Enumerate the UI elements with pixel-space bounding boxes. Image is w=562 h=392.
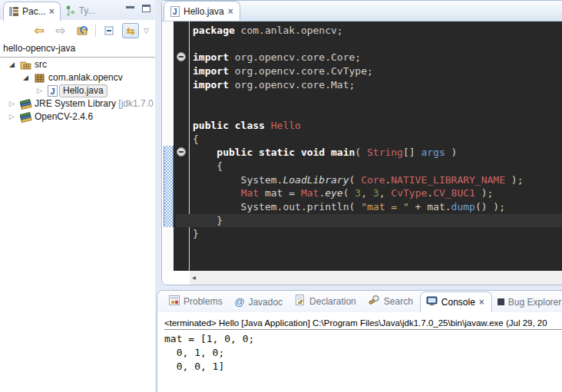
tree-row-opencv-2-4-6[interactable]: ▷OpenCV-2.4.6 [0, 110, 155, 124]
code-token: , [361, 187, 373, 199]
code-line[interactable]: import org.opencv.core.CvType; [193, 64, 562, 78]
code-token: { [193, 160, 223, 172]
code-line[interactable]: Mat mat = Mat.eye( 3, 3, CvType.CV_8UC1 … [193, 186, 562, 200]
view-tab-console[interactable]: Console× [420, 292, 492, 312]
package-icon [34, 72, 45, 84]
code-token: [] [403, 147, 421, 158]
link-with-editor-icon: ⇆ [127, 25, 135, 37]
code-line[interactable] [193, 105, 562, 119]
code-token: org.opencv.core.Core; [229, 51, 361, 63]
view-tab-problems[interactable]: Problems [164, 292, 230, 312]
code-line[interactable]: import org.opencv.core.Mat; [193, 78, 562, 92]
code-token: Hello [271, 120, 301, 131]
go-up-button[interactable] [74, 23, 91, 38]
console-output-line: 0, 0, 1] [164, 360, 562, 374]
library-icon [20, 98, 31, 110]
code-line[interactable]: package com.anlak.opencv; [193, 24, 562, 38]
tree-row-com-anlak-opencv[interactable]: ◢com.anlak.opencv [0, 71, 155, 84]
tree-row-src[interactable]: ◢src [0, 58, 155, 71]
view-menu-icon[interactable]: ▽ [144, 27, 149, 35]
view-tab-declaration[interactable]: Declaration [289, 291, 363, 312]
bottom-tabbar: Problems@JavadocDeclarationSearchConsole… [157, 291, 562, 312]
view-tab-label: Declaration [309, 296, 356, 307]
go-up-folder-icon [77, 25, 88, 36]
view-tab-search[interactable]: Search [363, 291, 420, 312]
tree-item-label: JRE System Library [jdk1.7.0 [35, 97, 154, 110]
fold-collapse-icon[interactable] [177, 147, 186, 156]
close-icon[interactable]: × [479, 297, 484, 308]
view-tab-bug-explorer[interactable]: Bug Explorer [492, 293, 562, 312]
close-icon[interactable]: × [228, 6, 233, 17]
code-token: () ); [475, 201, 505, 212]
collapsed-arrow-icon[interactable]: ▷ [37, 84, 42, 97]
code-token: NATIVE_LIBRARY_NAME [391, 174, 505, 186]
code-token: Mat [301, 187, 319, 199]
editor-hscrollbar[interactable]: ◂ [162, 271, 562, 285]
editor-group: J Hello.java × package com.anlak.opencv;… [161, 0, 562, 285]
forward-button[interactable]: ⇨ [52, 23, 69, 38]
tree-row-jre-system-library[interactable]: ▷JRE System Library [jdk1.7.0 [0, 97, 155, 110]
back-button[interactable]: ⇦ [31, 23, 48, 38]
code-token: System. [193, 174, 283, 186]
hscroll-track[interactable]: ◂ [190, 271, 562, 285]
tree-row-hello-java[interactable]: ▷JHello.java [0, 84, 155, 97]
code-line[interactable] [193, 38, 562, 51]
code-line[interactable]: } [193, 227, 562, 241]
code-line[interactable]: public static void main( String[] args ) [193, 146, 562, 160]
code-token: ( [355, 147, 367, 158]
tree-row-project[interactable]: hello-opencv-java [0, 42, 155, 55]
code-token: String [367, 147, 403, 158]
collapsed-arrow-icon[interactable]: ▷ [9, 97, 15, 110]
link-with-editor-button[interactable]: ⇆ [122, 23, 139, 38]
expanded-arrow-icon[interactable]: ◢ [23, 71, 28, 84]
code-token: import [193, 51, 229, 63]
fold-collapse-icon[interactable] [177, 52, 186, 61]
javadoc-at-icon: @ [235, 296, 245, 308]
close-icon[interactable]: × [49, 6, 55, 17]
explorer-tabrow: Pac... × Ty... [0, 0, 155, 21]
code-line[interactable]: import org.opencv.core.Core; [193, 51, 562, 64]
editor-fold-gutter[interactable] [174, 21, 190, 271]
console-output[interactable]: mat = [1, 0, 0; 0, 1, 0; 0, 0, 1] [164, 332, 562, 374]
code-token: . [427, 187, 433, 199]
code-line[interactable]: System.out.println( "mat = " + mat.dump(… [193, 200, 562, 214]
tab-package-explorer[interactable]: Pac... × [3, 2, 61, 21]
scroll-left-icon[interactable]: ◂ [192, 273, 196, 282]
editor-left-ruler[interactable] [164, 21, 174, 271]
code-line[interactable] [193, 91, 562, 105]
code-token: mat = [259, 187, 301, 199]
tree-separator [0, 57, 155, 58]
code-area[interactable]: package com.anlak.opencv; import org.ope… [190, 21, 562, 271]
code-line[interactable]: { [193, 133, 562, 147]
toolbar-separator [95, 25, 96, 37]
maximize-icon[interactable] [142, 5, 150, 12]
explorer-toolbar: ⇦ ⇨ ⇆ ▽ [0, 21, 155, 41]
console-output-line: 0, 1, 0; [164, 346, 562, 360]
collapsed-arrow-icon[interactable]: ▷ [9, 110, 15, 124]
editor-tabbar: J Hello.java × [162, 1, 562, 21]
code-token: eye [325, 187, 342, 199]
collapse-all-button[interactable] [101, 23, 117, 38]
code-line[interactable]: public class Hello [193, 119, 562, 133]
view-tab-label: Console [441, 297, 475, 308]
code-line[interactable]: System.LoadLibrary( Core.NATIVE_LIBRARY_… [193, 173, 562, 187]
tab-type-hierarchy[interactable]: Ty... [61, 2, 101, 21]
code-line[interactable]: { [193, 160, 562, 173]
java-file-icon: J [48, 85, 59, 97]
code-token [193, 187, 241, 199]
square-icon [498, 297, 504, 308]
package-explorer-panel: Pac... × Ty... ⇦ ⇨ ⇆ [0, 0, 155, 392]
expanded-arrow-icon[interactable]: ◢ [9, 58, 15, 71]
tree-item-label: Hello.java [59, 84, 107, 97]
code-token [193, 147, 217, 158]
view-tab-javadoc[interactable]: @Javadoc [230, 292, 289, 312]
code-token: dump [451, 201, 475, 212]
code-token: System.out.println( [193, 201, 361, 212]
view-tab-label: Problems [183, 296, 223, 307]
problems-icon [169, 295, 180, 308]
minimize-icon[interactable] [126, 6, 134, 13]
code-token: ( [349, 174, 362, 186]
code-token: args [421, 147, 445, 158]
code-line[interactable]: } [176, 214, 562, 228]
editor-tab-hello-java[interactable]: J Hello.java × [164, 1, 240, 21]
